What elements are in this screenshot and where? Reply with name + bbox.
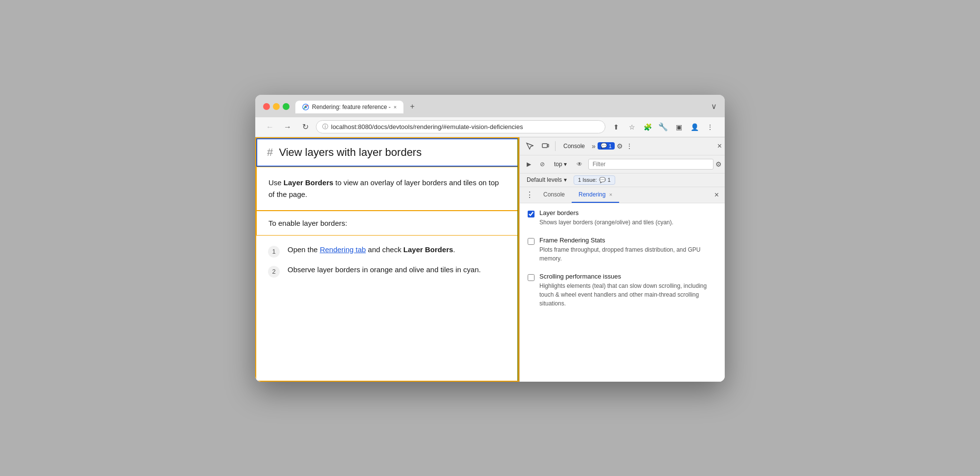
share-button[interactable]: ⬆ [609,120,623,134]
stop-button[interactable]: ⊘ [536,158,548,170]
vertical-line-olive [517,138,518,381]
levels-dropdown-icon: ▾ [564,176,567,183]
tab-options-button[interactable]: ⋮ [523,187,536,202]
traffic-light-green[interactable] [283,103,290,110]
step-item-1: 1 Open the Rendering tab and check Layer… [268,245,507,258]
browser-content: # View layers with layer borders Use Lay… [255,137,725,382]
browser-window: Rendering: feature reference - × + ∨ ← →… [255,95,725,382]
render-item-frame-rendering: Frame Rendering Stats Plots frame throug… [528,237,717,263]
frame-rendering-content: Frame Rendering Stats Plots frame throug… [539,237,717,263]
issue-label: 1 Issue: [578,177,597,183]
inspect-element-button[interactable] [523,139,536,153]
frame-rendering-checkbox[interactable] [528,238,535,245]
filter-input[interactable] [588,159,713,170]
layer-borders-checkbox[interactable] [528,211,535,217]
url-text: localhost:8080/docs/devtools/rendering/#… [331,123,599,130]
step1-period: . [453,245,455,254]
rendering-tab-close[interactable]: × [609,192,612,197]
profile-button[interactable]: 👤 [688,120,701,134]
frame-rendering-title: Frame Rendering Stats [539,237,717,244]
devtools-panel: Console » 💬 1 ⚙ ⋮ × ▶ ⊘ top ▾ 👁 [519,137,725,382]
svg-rect-6 [548,144,549,147]
close-devtools-button[interactable]: × [717,142,722,151]
address-bar: ← → ↻ ⓘ localhost:8080/docs/devtools/ren… [255,117,725,137]
paragraph-2: To enable layer borders: [268,219,506,227]
issue-badge-count: 1 [608,177,611,183]
console-tab[interactable]: Console [536,187,572,203]
info-icon: ⓘ [322,123,328,131]
extensions-button[interactable]: 🧩 [641,120,654,134]
step1-after: and check [366,245,403,254]
extension-icon[interactable]: 🔧 [656,120,670,134]
more-options-button[interactable]: ⋮ [626,142,633,150]
layer-borders-desc: Shows layer borders (orange/olive) and t… [539,218,717,227]
content-block-1: Use Layer Borders to view an overlay of … [256,167,518,211]
run-button[interactable]: ▶ [523,158,535,170]
more-menu-button[interactable]: ⋮ [703,120,717,134]
step1-before: Open the [288,245,320,254]
dropdown-arrow-icon: ▾ [564,161,567,168]
scrolling-issues-desc: Highlights elements (teal) that can slow… [539,281,717,308]
issue-badge[interactable]: 1 Issue: 💬 1 [574,175,615,185]
scrolling-issues-content: Scrolling performance issues Highlights … [539,273,717,308]
top-frame-selector[interactable]: top ▾ [550,160,571,169]
top-label: top [554,161,562,168]
scrolling-issues-checkbox[interactable] [528,274,535,281]
browser-tab-active[interactable]: Rendering: feature reference - × [295,101,403,113]
rendering-tab-link[interactable]: Rendering tab [320,245,366,254]
step-number-1: 1 [268,246,280,258]
filter-settings-button[interactable]: ⚙ [715,160,722,168]
devtools-levels-bar: Default levels ▾ 1 Issue: 💬 1 [520,173,725,187]
tab-close-button[interactable]: × [394,104,397,110]
content-block-2: To enable layer borders: [256,211,518,236]
frame-rendering-desc: Plots frame throughput, dropped frames d… [539,245,717,263]
new-tab-button[interactable]: + [405,100,419,113]
chrome-icon [302,104,309,110]
traffic-lights [263,103,290,110]
title-bar: Rendering: feature reference - × + ∨ [255,95,725,117]
eye-button[interactable]: 👁 [573,157,586,171]
address-actions: ⬆ ☆ 🧩 🔧 ▣ 👤 ⋮ [609,120,717,134]
device-icon [541,142,549,150]
render-item-scrolling: Scrolling performance issues Highlights … [528,273,717,308]
badge-icon: 💬 [601,143,607,149]
step-number-2: 2 [268,266,280,278]
traffic-light-yellow[interactable] [273,103,280,110]
back-button[interactable]: ← [263,120,277,134]
tabs-row: Rendering: feature reference - × + [295,100,705,113]
more-panels-button[interactable]: » [592,142,596,150]
devtools-filter-bar: ▶ ⊘ top ▾ 👁 ⚙ [520,155,725,173]
default-levels-button[interactable]: Default levels ▾ [524,175,570,184]
issue-badge-icon: 💬 [599,177,606,183]
render-item-layer-borders: Layer borders Shows layer borders (orang… [528,209,717,227]
p1-before: Use [268,178,284,187]
url-bar[interactable]: ⓘ localhost:8080/docs/devtools/rendering… [316,120,605,133]
levels-label: Default levels [527,176,562,183]
rendering-tab[interactable]: Rendering × [572,187,619,203]
step-2-text: Observe layer borders in orange and oliv… [288,265,481,274]
console-panel-button[interactable]: Console [558,142,590,151]
inspect-icon [526,142,534,150]
layer-borders-content: Layer borders Shows layer borders (orang… [539,209,717,227]
forward-button[interactable]: → [281,120,294,134]
console-badge[interactable]: 💬 1 [598,142,615,150]
reload-button[interactable]: ↻ [298,120,312,134]
bookmark-button[interactable]: ☆ [625,120,639,134]
page-heading: # View layers with layer borders [256,138,518,167]
panel-close-button[interactable]: × [712,189,722,201]
device-toolbar-button[interactable] [538,139,552,153]
svg-rect-5 [542,144,547,148]
tab-title: Rendering: feature reference - [312,104,391,110]
settings-button[interactable]: ⚙ [617,142,623,150]
p1-bold: Layer Borders [284,178,334,187]
layer-borders-title: Layer borders [539,209,717,216]
page-content: # View layers with layer borders Use Lay… [255,137,519,382]
step-item-2: 2 Observe layer borders in orange and ol… [268,265,507,278]
steps-list: 1 Open the Rendering tab and check Layer… [256,236,518,295]
hash-symbol: # [267,146,273,158]
rendering-panel: Layer borders Shows layer borders (orang… [520,203,725,382]
step-1-text: Open the Rendering tab and check Layer B… [288,245,455,254]
traffic-light-red[interactable] [263,103,270,110]
side-panel-button[interactable]: ▣ [672,120,686,134]
heading-text: View layers with layer borders [279,146,422,158]
